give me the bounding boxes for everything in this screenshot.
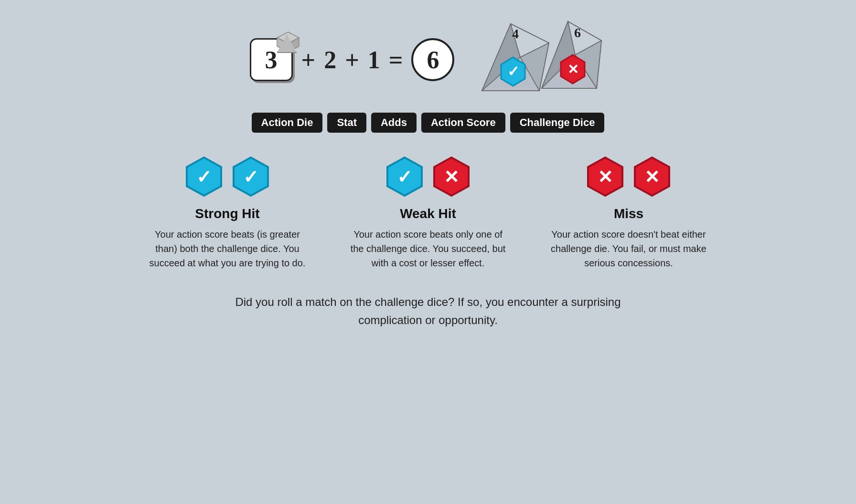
svg-text:✓: ✓ <box>397 167 412 187</box>
formula-section: 3 + 2 + 1 = 6 <box>29 19 827 133</box>
miss-desc: Your action score doesn't beat either ch… <box>547 227 710 270</box>
miss-red-x-hex-2: ✕ <box>631 156 673 198</box>
svg-text:✕: ✕ <box>444 167 459 187</box>
action-score-value: 6 <box>427 46 439 74</box>
outcomes-row: ✓ ✓ Strong Hit Your action score beats (… <box>29 156 827 270</box>
svg-text:4: 4 <box>512 26 519 41</box>
formula-row: 3 + 2 + 1 = 6 <box>250 19 607 100</box>
adds-label: Adds <box>371 113 417 133</box>
challenge-dice-label: Challenge Dice <box>510 113 605 133</box>
svg-text:6: 6 <box>574 25 581 40</box>
svg-text:✕: ✕ <box>644 167 660 187</box>
cube-top-face <box>276 31 300 52</box>
op2: + <box>345 46 359 74</box>
weak-hit-blue-check-hex: ✓ <box>384 156 426 198</box>
weak-hit-desc: Your action score beats only one of the … <box>347 227 509 270</box>
outcome-card-strong-hit: ✓ ✓ Strong Hit Your action score beats (… <box>146 156 309 270</box>
svg-text:✓: ✓ <box>196 167 212 187</box>
action-score-circle: 6 <box>411 38 454 81</box>
miss-title: Miss <box>614 206 643 221</box>
outcome-card-weak-hit: ✓ ✕ Weak Hit Your action score beats onl… <box>347 156 509 270</box>
weak-hit-red-x-hex: ✕ <box>430 156 472 198</box>
equals-sign: = <box>389 46 403 74</box>
action-die-cube: 3 <box>250 38 293 81</box>
action-score-label: Action Score <box>421 113 505 133</box>
svg-text:✕: ✕ <box>598 167 613 187</box>
miss-icons: ✕ ✕ <box>584 156 673 198</box>
svg-text:✕: ✕ <box>567 62 578 77</box>
labels-row: Action Die Stat Adds Action Score Challe… <box>252 113 605 133</box>
svg-text:✓: ✓ <box>507 63 519 79</box>
challenge-dice-group: ✓ 4 ✕ 6 <box>472 19 606 100</box>
strong-hit-icons: ✓ ✓ <box>183 156 272 198</box>
challenge-dice-svg: ✓ 4 ✕ 6 <box>472 19 606 100</box>
footer-note: Did you roll a match on the challenge di… <box>213 293 643 330</box>
weak-hit-icons: ✓ ✕ <box>384 156 472 198</box>
adds-value: 1 <box>368 46 380 74</box>
outcome-card-miss: ✕ ✕ Miss Your action score doesn't beat … <box>547 156 710 270</box>
stat-label: Stat <box>327 113 366 133</box>
weak-hit-title: Weak Hit <box>400 206 456 221</box>
op1: + <box>301 46 316 74</box>
stat-value: 2 <box>324 46 336 74</box>
blue-check-hex-1: ✓ <box>183 156 225 198</box>
strong-hit-title: Strong Hit <box>195 206 259 221</box>
miss-red-x-hex-1: ✕ <box>584 156 626 198</box>
svg-text:✓: ✓ <box>243 167 258 187</box>
blue-check-hex-2: ✓ <box>230 156 272 198</box>
strong-hit-desc: Your action score beats (is greater than… <box>146 227 309 270</box>
action-die-label: Action Die <box>252 113 323 133</box>
